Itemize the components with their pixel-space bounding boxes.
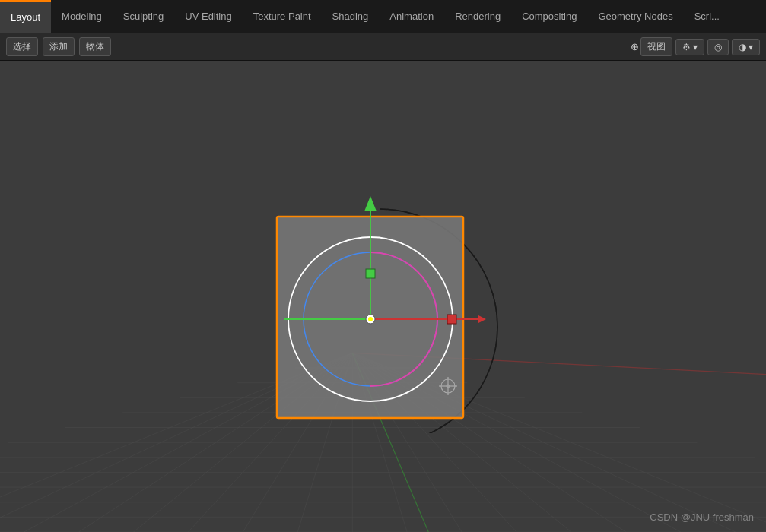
shading-toggle[interactable]: ◑ ▾ (732, 39, 760, 55)
tab-geometry-nodes[interactable]: Geometry Nodes (587, 0, 683, 33)
view-dropdown[interactable]: 视图 (640, 37, 672, 56)
svg-point-11 (368, 317, 373, 321)
svg-rect-13 (447, 315, 456, 324)
tab-compositing[interactable]: Compositing (511, 0, 587, 33)
tab-animation[interactable]: Animation (379, 0, 444, 33)
select-menu[interactable]: 选择 (6, 37, 38, 56)
object-menu[interactable]: 物体 (79, 37, 111, 56)
selected-object (262, 175, 459, 388)
viewport-toolbar: 选择 添加 物体 ⊕ 视图 ⚙ ▾ ◎ ◑ ▾ (0, 33, 766, 61)
tab-texture-paint[interactable]: Texture Paint (243, 0, 322, 33)
tab-shading[interactable]: Shading (322, 0, 380, 33)
circle-icon: ◎ (714, 42, 722, 52)
tab-uv-editing[interactable]: UV Editing (174, 0, 242, 33)
svg-rect-12 (366, 269, 375, 278)
overlay-button[interactable]: ◎ (707, 39, 729, 55)
tab-layout[interactable]: Layout (0, 0, 51, 33)
view-icon: ⊕ (631, 41, 639, 52)
object-gizmo-svg (262, 175, 505, 433)
3d-viewport[interactable]: CSDN @JNU freshman (0, 61, 766, 532)
workspace-tab-bar[interactable]: Layout Modeling Sculpting UV Editing Tex… (0, 0, 766, 33)
tab-scripting[interactable]: Scri... (684, 0, 730, 33)
cube-wrapper (262, 175, 459, 388)
snap-icon: ⚙ (682, 42, 691, 52)
chevron-down-icon-snap: ▾ (693, 42, 698, 52)
svg-marker-7 (478, 315, 486, 323)
snap-button[interactable]: ⚙ ▾ (675, 39, 704, 55)
chevron-down-icon-shading: ▾ (749, 42, 753, 52)
tab-modeling[interactable]: Modeling (51, 0, 113, 33)
tab-rendering[interactable]: Rendering (444, 0, 511, 33)
watermark-text: CSDN @JNU freshman (650, 511, 754, 523)
svg-marker-9 (364, 196, 377, 211)
add-menu[interactable]: 添加 (43, 37, 75, 56)
view-controls: ⊕ 视图 ⚙ ▾ ◎ ◑ ▾ (631, 37, 760, 56)
shading-icon: ◑ (739, 42, 746, 52)
tab-sculpting[interactable]: Sculpting (113, 0, 174, 33)
